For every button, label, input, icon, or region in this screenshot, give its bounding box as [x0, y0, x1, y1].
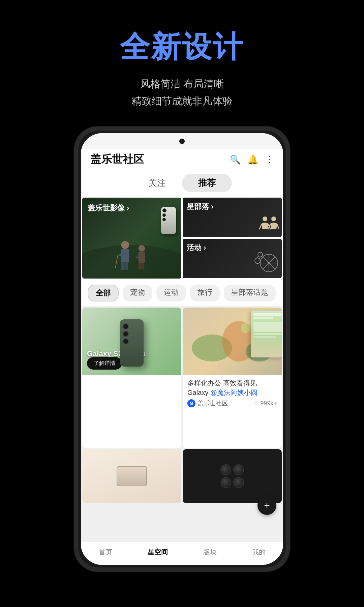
svg-point-7	[139, 245, 145, 252]
headline: 全新设计	[120, 27, 244, 67]
tablet-card-meta: M 盖乐世社区 ♡ ♡ 999k+	[187, 399, 277, 407]
likes-count: ♡ ♡ 999k+	[246, 400, 277, 407]
tab-bar: 关注 推荐	[81, 171, 283, 196]
tab-follow[interactable]: 关注	[132, 174, 182, 192]
heart-icon: ♡	[246, 400, 252, 407]
community-icon: M	[187, 399, 195, 407]
svg-point-34	[241, 323, 251, 333]
phone-screen: 盖乐世社区 🔍 🔔 ⋮ 关注 推荐 盖乐世影像 ›	[81, 133, 283, 565]
nav-star-space[interactable]: 星空间	[141, 546, 175, 558]
bell-icon[interactable]: 🔔	[247, 154, 258, 165]
galaxy-card-image: Galaxy S23 Ultra 了解详情	[82, 308, 181, 375]
phone-mockup: 盖乐世社区 🔍 🔔 ⋮ 关注 推荐 盖乐世影像 ›	[74, 126, 290, 572]
banner-photography[interactable]: 盖乐世影像 ›	[82, 198, 181, 279]
fab-button[interactable]: +	[257, 496, 276, 515]
app-header: 盖乐世社区 🔍 🔔 ⋮	[81, 149, 283, 171]
cat-sports[interactable]: 运动	[156, 285, 186, 301]
nav-mine[interactable]: 我的	[245, 546, 272, 558]
community-tag: M 盖乐世社区	[187, 399, 228, 407]
card-galaxy-s23[interactable]: Galaxy S23 Ultra 了解详情	[82, 308, 181, 448]
svg-line-17	[277, 224, 279, 229]
galaxy-learn-more-btn[interactable]: 了解详情	[87, 357, 122, 370]
fold-device-visual	[117, 466, 147, 486]
subtext: 风格简洁 布局清晰 精致细节成就非凡体验	[131, 75, 233, 110]
svg-point-28	[258, 252, 263, 257]
nav-sections[interactable]: 版块	[196, 546, 223, 558]
banner-activity-label: 活动 ›	[187, 243, 278, 253]
camera-notch	[81, 133, 283, 149]
cat-travel[interactable]: 旅行	[190, 285, 220, 301]
nav-star-space-label: 星空间	[148, 548, 168, 557]
svg-rect-4	[121, 262, 125, 270]
card-tablet[interactable]: 多样化办公 高效看得见Galaxy @魔法阿姨小圆 M 盖乐世社区 ♡ ♡ 99…	[183, 308, 282, 448]
tablet-card-text: 多样化办公 高效看得见Galaxy @魔法阿姨小圆 M 盖乐世社区 ♡ ♡ 99…	[183, 375, 282, 410]
banner-star-community[interactable]: 星部落 ›	[183, 198, 282, 237]
camera-dot	[179, 139, 185, 144]
tablet-card-image	[183, 308, 282, 375]
subtext-line2: 精致细节成就非凡体验	[131, 92, 233, 110]
svg-line-29	[260, 257, 260, 259]
banner-star-label: 星部落 ›	[187, 202, 278, 212]
banner-activity[interactable]: 活动 ›	[183, 239, 282, 278]
svg-rect-5	[124, 262, 128, 270]
svg-rect-10	[139, 263, 142, 269]
card-fold-device[interactable]	[82, 449, 181, 503]
cat-star-topic[interactable]: 星部落话题	[224, 285, 276, 301]
nav-mine-label: 我的	[252, 548, 266, 557]
app-title: 盖乐世社区	[90, 152, 144, 167]
banner-photography-label: 盖乐世影像 ›	[88, 203, 176, 213]
svg-rect-9	[136, 257, 142, 258]
content-grid: Galaxy S23 Ultra 了解详情	[81, 306, 283, 542]
likes-number: ♡ 999k+	[253, 400, 277, 407]
svg-line-13	[260, 224, 262, 229]
nav-sections-label: 版块	[203, 548, 217, 557]
svg-point-15	[271, 216, 276, 221]
phone-frame: 盖乐世社区 🔍 🔔 ⋮ 关注 推荐 盖乐世影像 ›	[74, 126, 290, 572]
cat-all[interactable]: 全部	[88, 285, 119, 301]
nav-home[interactable]: 首页	[92, 546, 119, 558]
star-community-art	[259, 214, 279, 234]
svg-point-24	[255, 258, 260, 263]
tab-recommend[interactable]: 推荐	[182, 174, 232, 192]
nav-home-label: 首页	[99, 548, 112, 557]
svg-point-0	[82, 245, 181, 279]
tablet-card-desc: 多样化办公 高效看得见Galaxy @魔法阿姨小圆	[187, 378, 277, 397]
galaxy-phone-visual	[120, 319, 144, 367]
svg-point-1	[121, 241, 129, 249]
svg-rect-3	[119, 254, 125, 256]
activity-wheel-art	[252, 251, 279, 275]
bottom-nav: 首页 星空间 版块 我的	[81, 542, 283, 565]
svg-point-12	[263, 216, 267, 221]
more-icon[interactable]: ⋮	[265, 154, 274, 165]
header-icons: 🔍 🔔 ⋮	[230, 154, 274, 165]
subtext-line1: 风格简洁 布局清晰	[131, 75, 233, 92]
banner-grid: 盖乐世影像 ›	[81, 196, 283, 280]
cat-pets[interactable]: 宠物	[123, 285, 152, 301]
svg-rect-11	[141, 263, 144, 269]
community-name: 盖乐世社区	[198, 399, 228, 407]
top-section: 全新设计 风格简洁 布局清晰 精致细节成就非凡体验	[0, 0, 364, 123]
search-icon[interactable]: 🔍	[230, 154, 241, 165]
card-camera[interactable]	[183, 449, 282, 503]
camera-array-visual	[220, 464, 244, 488]
category-bar: 全部 宠物 运动 旅行 星部落话题	[81, 280, 283, 306]
